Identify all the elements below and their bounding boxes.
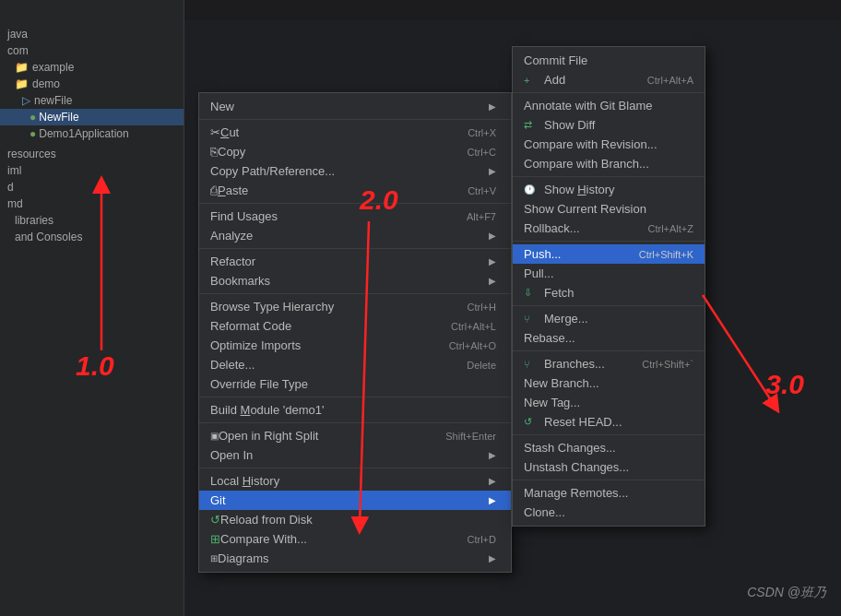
menu-item-local-history[interactable]: Local History ▶	[199, 471, 511, 491]
menu-item-open-right[interactable]: ▣ Open in Right Split Shift+Enter	[199, 426, 511, 445]
separator	[199, 293, 511, 294]
tree-item-demo[interactable]: 📁demo	[0, 76, 184, 92]
tree-item-resources[interactable]: resources	[0, 146, 184, 162]
menu-item-open-in[interactable]: Open In ▶	[199, 445, 511, 465]
tree-item-newfile-folder[interactable]: ▷newFile	[0, 92, 184, 109]
menu-item-analyze[interactable]: Analyze ▶	[199, 226, 511, 245]
menu-item-cut[interactable]: ✂ Cut Ctrl+X	[199, 123, 511, 142]
menu-item-paste[interactable]: ⎙ Paste Ctrl+V	[199, 181, 511, 200]
menu-item-bookmarks[interactable]: Bookmarks ▶	[199, 271, 511, 290]
git-item-branches[interactable]: ⑂ Branches... Ctrl+Shift+`	[513, 354, 705, 373]
git-item-merge[interactable]: ⑂ Merge...	[513, 309, 705, 328]
git-item-push[interactable]: Push... Ctrl+Shift+K	[513, 244, 705, 264]
menu-item-git[interactable]: Git ▶	[199, 491, 511, 510]
git-separator	[513, 434, 705, 435]
git-item-add[interactable]: + Add Ctrl+Alt+A	[513, 70, 705, 89]
tree-item-newfile[interactable]: ●NewFile	[0, 109, 184, 125]
annotation-2: 2.0	[360, 184, 398, 216]
git-separator	[513, 176, 705, 177]
git-separator	[513, 305, 705, 306]
menu-item-browse-type[interactable]: Browse Type Hierarchy Ctrl+H	[199, 297, 511, 316]
git-item-new-branch[interactable]: New Branch...	[513, 373, 705, 393]
file-tree: java com 📁example 📁demo ▷newFile ●NewFil…	[0, 0, 184, 616]
separator	[199, 397, 511, 397]
menu-item-diagrams[interactable]: ⊞ Diagrams ▶	[199, 549, 511, 568]
git-separator	[513, 480, 705, 480]
git-item-current-revision[interactable]: Show Current Revision	[513, 199, 705, 219]
tree-item-d[interactable]: d	[0, 179, 184, 195]
separator	[199, 203, 511, 204]
git-item-annotate[interactable]: Annotate with Git Blame	[513, 96, 705, 115]
git-item-pull[interactable]: Pull...	[513, 264, 705, 283]
tree-item-demo1app[interactable]: ●Demo1Application	[0, 125, 184, 142]
git-item-stash[interactable]: Stash Changes...	[513, 438, 705, 457]
menu-item-refactor[interactable]: Refactor ▶	[199, 252, 511, 271]
git-submenu: Commit File + Add Ctrl+Alt+A Annotate wi…	[512, 46, 705, 527]
git-separator	[513, 92, 705, 93]
menu-item-copy[interactable]: ⎘ Copy Ctrl+C	[199, 142, 511, 161]
menu-item-find-usages[interactable]: Find Usages Alt+F7	[199, 207, 511, 226]
tree-item-example[interactable]: 📁example	[0, 59, 184, 76]
menu-item-reload[interactable]: ↺ Reload from Disk	[199, 510, 511, 529]
tree-item-and-consoles[interactable]: and Consoles	[0, 229, 184, 245]
git-item-compare-branch[interactable]: Compare with Branch...	[513, 154, 705, 173]
git-item-show-history[interactable]: 🕐 Show History	[513, 180, 705, 199]
menu-item-reformat[interactable]: Reformat Code Ctrl+Alt+L	[199, 316, 511, 336]
git-separator	[513, 241, 705, 242]
git-separator	[513, 350, 705, 351]
annotation-1: 1.0	[76, 350, 114, 382]
menu-item-copy-path[interactable]: Copy Path/Reference... ▶	[199, 161, 511, 181]
tree-item-com[interactable]: com	[0, 42, 184, 59]
tree-item-iml[interactable]: iml	[0, 162, 184, 179]
menu-item-optimize[interactable]: Optimize Imports Ctrl+Alt+O	[199, 336, 511, 355]
git-item-reset-head[interactable]: ↺ Reset HEAD...	[513, 412, 705, 432]
menu-item-compare-with[interactable]: ⊞ Compare With... Ctrl+D	[199, 529, 511, 549]
git-item-fetch[interactable]: ⇩ Fetch	[513, 283, 705, 302]
git-item-show-diff[interactable]: ⇄ Show Diff	[513, 115, 705, 135]
menu-item-override-file[interactable]: Override File Type	[199, 374, 511, 394]
git-item-manage-remotes[interactable]: Manage Remotes...	[513, 483, 705, 503]
separator	[199, 248, 511, 249]
menu-item-build-module[interactable]: Build Module 'demo1'	[199, 400, 511, 420]
menu-item-delete[interactable]: Delete... Delete	[199, 355, 511, 374]
tree-item-java[interactable]: java	[0, 26, 184, 42]
git-item-new-tag[interactable]: New Tag...	[513, 393, 705, 412]
git-item-clone[interactable]: Clone...	[513, 503, 705, 522]
separator	[199, 468, 511, 468]
git-item-rebase[interactable]: Rebase...	[513, 328, 705, 348]
separator	[199, 422, 511, 423]
tree-item-md[interactable]: md	[0, 195, 184, 212]
git-item-rollback[interactable]: Rollback... Ctrl+Alt+Z	[513, 219, 705, 238]
tree-item-libraries[interactable]: libraries	[0, 212, 184, 229]
watermark: CSDN @班乃	[747, 585, 826, 601]
git-item-commit[interactable]: Commit File	[513, 51, 705, 70]
annotation-3: 3.0	[765, 369, 804, 400]
git-item-compare-revision[interactable]: Compare with Revision...	[513, 135, 705, 154]
menu-item-new[interactable]: New ▶	[199, 97, 511, 116]
context-menu-main: New ▶ ✂ Cut Ctrl+X ⎘ Copy Ctrl+C Copy Pa…	[198, 92, 512, 573]
separator	[199, 119, 511, 120]
git-item-unstash[interactable]: Unstash Changes...	[513, 457, 705, 477]
